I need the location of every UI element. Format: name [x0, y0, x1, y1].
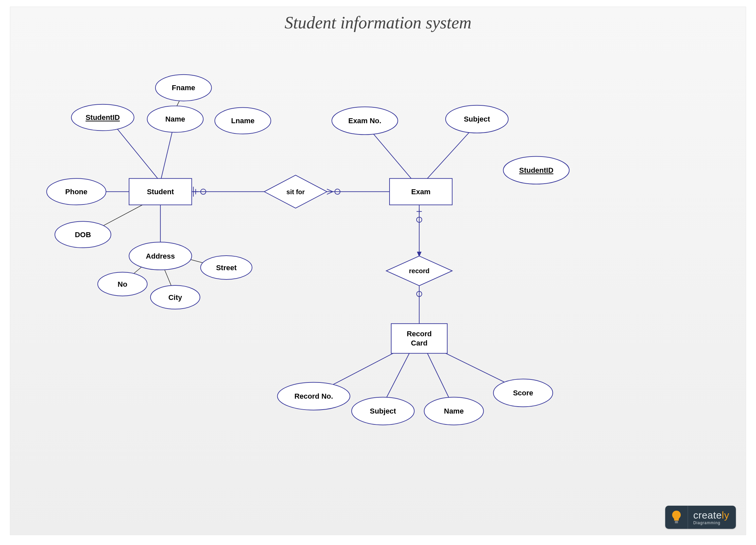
attr-street-label: Street — [216, 263, 237, 272]
attr-subject-exam-label: Subject — [464, 115, 490, 123]
creately-logo: creately Diagramming — [665, 506, 736, 529]
attr-examno-label: Exam No. — [348, 117, 381, 125]
logo-subtitle: Diagramming — [693, 521, 729, 525]
attr-fname-label: Fname — [172, 84, 195, 92]
attr-subject-rc-label: Subject — [370, 407, 396, 415]
attr-no-label: No — [118, 280, 127, 289]
attr-recordno-label: Record No. — [294, 392, 333, 400]
attr-dob-label: DOB — [75, 230, 91, 239]
stage: Student information system — [0, 0, 756, 545]
attr-name-rc-label: Name — [444, 407, 464, 415]
rel-sitfor-label: sit for — [287, 188, 305, 195]
attr-score-label: Score — [513, 389, 533, 397]
entity-exam-label: Exam — [411, 187, 431, 196]
line-rc-subject — [383, 350, 411, 405]
line-address-city — [164, 267, 172, 288]
line-rc-name — [426, 350, 452, 405]
line-exam-subject — [426, 126, 475, 180]
svg-rect-1 — [675, 522, 678, 523]
attr-city-label: City — [168, 293, 182, 302]
diagram-panel: Student information system — [10, 7, 746, 535]
logo-brand-left: create — [693, 510, 722, 521]
logo-text: creately Diagramming — [688, 506, 736, 529]
er-diagram: Student Exam Record Card sit for record … — [10, 7, 746, 535]
attr-studentid-exam-label: StudentID — [519, 166, 554, 174]
lightbulb-icon — [665, 506, 688, 529]
logo-brand-right: ly — [722, 510, 729, 521]
attr-address-label: Address — [146, 252, 175, 260]
svg-rect-0 — [675, 521, 678, 522]
attr-name-label: Name — [165, 115, 185, 123]
attr-phone-label: Phone — [65, 187, 87, 196]
entity-student-label: Student — [147, 187, 174, 196]
attr-lname-label: Lname — [231, 117, 255, 125]
entity-recordcard-label1: Record — [407, 330, 432, 338]
rel-record-label: record — [409, 267, 430, 275]
attr-studentid-label: StudentID — [86, 113, 120, 121]
entity-recordcard-label2: Card — [411, 339, 428, 347]
